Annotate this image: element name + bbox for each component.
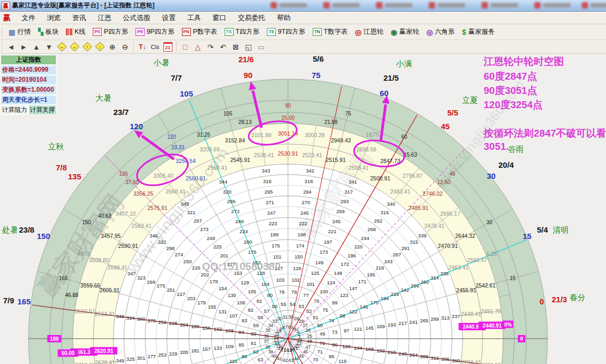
svg-text:74: 74 bbox=[329, 318, 334, 323]
svg-text:289: 289 bbox=[431, 316, 439, 322]
svg-text:3457.95: 3457.95 bbox=[101, 233, 121, 239]
toolbar-button-T数字表[interactable]: TNT数字表 bbox=[311, 26, 349, 37]
menu-item-6[interactable]: 工具 bbox=[181, 13, 207, 23]
degree-label: 0 bbox=[540, 297, 544, 306]
menu-item-1[interactable]: 浏览 bbox=[41, 13, 66, 23]
square-tool-button[interactable]: □ bbox=[180, 42, 190, 52]
svg-text:246: 246 bbox=[300, 210, 309, 216]
menu-item-0[interactable]: 文件 bbox=[16, 13, 41, 23]
svg-text:99: 99 bbox=[332, 300, 338, 305]
toolbar-button-六角形[interactable]: ◎六角形 bbox=[425, 26, 456, 37]
svg-text:253: 253 bbox=[158, 352, 167, 358]
svg-text:180: 180 bbox=[50, 336, 59, 342]
toolbar-button-P四方形[interactable]: PSP四方形 bbox=[91, 26, 130, 37]
pan-up-button[interactable]: ↑ bbox=[82, 42, 92, 52]
svg-text:249: 249 bbox=[207, 235, 215, 241]
toolbar-button-K线[interactable]: K线 bbox=[64, 26, 87, 37]
menu-item-4[interactable]: 公式选股 bbox=[117, 13, 156, 23]
collapse-tool-button[interactable]: ◱ bbox=[243, 42, 254, 52]
toolbar-button-9P四方形[interactable]: P99P四方形 bbox=[134, 26, 176, 37]
svg-text:2644.32: 2644.32 bbox=[455, 233, 475, 239]
nav-down-button[interactable]: ▼ bbox=[44, 42, 54, 52]
date-label: 5/4 bbox=[537, 225, 548, 234]
menu-item-2[interactable]: 资讯 bbox=[66, 13, 92, 23]
svg-text:31.25: 31.25 bbox=[197, 132, 210, 138]
svg-text:272: 272 bbox=[231, 208, 239, 214]
svg-text:180: 180 bbox=[191, 323, 199, 329]
svg-text:3203.69: 3203.69 bbox=[200, 146, 220, 152]
svg-text:124: 124 bbox=[327, 280, 335, 285]
svg-text:193: 193 bbox=[388, 322, 396, 328]
rotate-ccw-button[interactable]: ↶ bbox=[218, 42, 228, 52]
svg-text:5: 5 bbox=[291, 325, 294, 330]
svg-text:125: 125 bbox=[311, 270, 319, 276]
wheel-icon: ◎ bbox=[426, 28, 432, 36]
svg-text:55: 55 bbox=[281, 301, 286, 307]
svg-text:338: 338 bbox=[440, 271, 449, 276]
wheel-icon: ◉ bbox=[391, 28, 397, 36]
blocks-icon: ▚ bbox=[38, 28, 43, 36]
quote-panel: 上证指数 价格=2440.9099时间=20190104变换系数=1.00000… bbox=[1, 55, 56, 115]
toolbar-button-赢家服务[interactable]: $赢家服务 bbox=[460, 26, 496, 37]
svg-text:275: 275 bbox=[157, 283, 165, 289]
pan-left-button[interactable]: ← bbox=[56, 42, 67, 52]
zoom-out-button[interactable]: ⊖ bbox=[120, 42, 130, 52]
svg-text:133: 133 bbox=[214, 345, 222, 351]
toolbar-button-label: P四方形 bbox=[104, 27, 128, 36]
toolbar-button-板块[interactable]: ▚板块 bbox=[36, 26, 60, 37]
svg-text:292: 292 bbox=[374, 218, 382, 224]
calendar-button[interactable]: 21 bbox=[162, 42, 173, 52]
analysis-note-3: 120度3254点 bbox=[484, 98, 543, 112]
svg-text:240: 240 bbox=[399, 351, 407, 357]
svg-text:132: 132 bbox=[214, 326, 222, 332]
toolbar-button-行情[interactable]: ▦行情 bbox=[7, 26, 32, 37]
svg-text:4: 4 bbox=[294, 327, 296, 332]
svg-text:109: 109 bbox=[225, 343, 234, 349]
redacted-region bbox=[323, 1, 360, 9]
svg-text:43.75: 43.75 bbox=[78, 251, 91, 257]
svg-text:325: 325 bbox=[127, 356, 135, 362]
svg-text:147: 147 bbox=[349, 285, 358, 291]
toolbar-button-label: P数字表 bbox=[193, 27, 217, 36]
toolbar-button-江恩轮[interactable]: ◎江恩轮 bbox=[353, 26, 385, 37]
svg-text:40: 40 bbox=[272, 353, 277, 359]
cls-button[interactable]: Cls bbox=[150, 42, 160, 52]
panel-button-计算支撑[interactable]: 计算支撑 bbox=[28, 105, 56, 115]
svg-text:2598.41: 2598.41 bbox=[108, 264, 128, 271]
pan-down-button[interactable]: ↓ bbox=[94, 42, 105, 52]
menu-item-3[interactable]: 江恩 bbox=[92, 13, 117, 23]
svg-text:298: 298 bbox=[166, 245, 175, 251]
toolbar-button-P数字表[interactable]: PNP数字表 bbox=[180, 26, 219, 37]
svg-text:2847.73: 2847.73 bbox=[380, 158, 400, 164]
svg-text:95: 95 bbox=[329, 353, 334, 359]
t-arrow-button[interactable]: T↓ bbox=[137, 42, 148, 52]
svg-text:223: 223 bbox=[268, 221, 277, 226]
svg-text:60: 60 bbox=[251, 331, 256, 337]
toolbar-button-赢家轮[interactable]: ◉赢家轮 bbox=[389, 26, 421, 37]
svg-text:2560.91: 2560.91 bbox=[186, 175, 206, 181]
nav-next-button[interactable]: ► bbox=[18, 42, 29, 52]
panel-button-计算阻力[interactable]: 计算阻力 bbox=[1, 105, 28, 115]
svg-text:293: 293 bbox=[341, 198, 349, 204]
screen-tool-button[interactable]: ▭ bbox=[256, 42, 266, 52]
nav-prev-button[interactable]: ◄ bbox=[6, 42, 16, 52]
pan-right-button[interactable]: → bbox=[69, 42, 80, 52]
toolbar-button-T四方形[interactable]: TST四方形 bbox=[223, 26, 261, 37]
svg-text:2440.91: 2440.91 bbox=[483, 323, 502, 329]
toolbar-button-9T四方形[interactable]: T99T四方形 bbox=[265, 26, 307, 37]
svg-text:44: 44 bbox=[294, 356, 299, 361]
menu-item-5[interactable]: 设置 bbox=[156, 13, 181, 23]
nav-up-button[interactable]: ▲ bbox=[31, 42, 42, 52]
triangle-tool-button[interactable]: △ bbox=[193, 42, 203, 52]
rotate-cw-button[interactable]: ↷ bbox=[205, 42, 216, 52]
zoom-in-button[interactable]: ⊕ bbox=[107, 42, 118, 52]
menu-item-8[interactable]: 交易委托 bbox=[232, 13, 271, 23]
svg-text:100: 100 bbox=[320, 289, 328, 294]
redacted-region bbox=[482, 1, 518, 9]
menu-item-7[interactable]: 窗口 bbox=[207, 13, 232, 23]
svg-text:2515.91: 2515.91 bbox=[326, 157, 346, 163]
t9-icon: T9 bbox=[267, 28, 276, 36]
menu-item-9[interactable]: 帮助 bbox=[271, 13, 296, 23]
svg-text:205: 205 bbox=[180, 349, 188, 355]
marquee-tool-button[interactable]: ⊠ bbox=[230, 42, 241, 52]
